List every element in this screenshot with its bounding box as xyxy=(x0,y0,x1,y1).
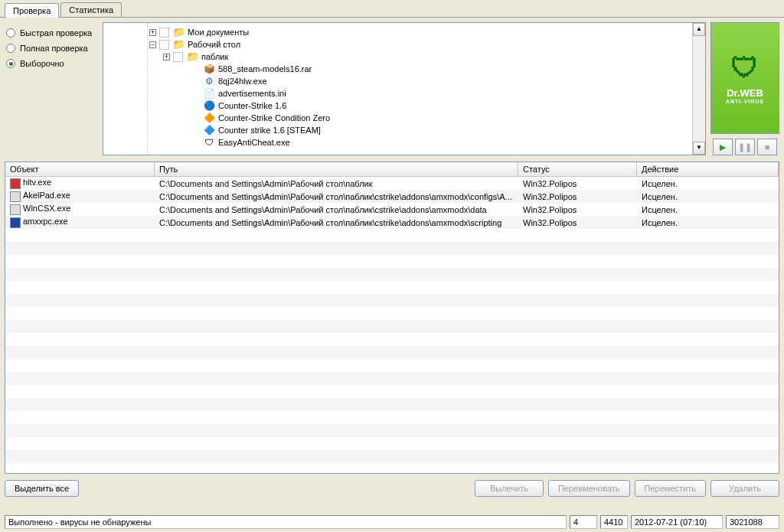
cell-path: C:\Documents and Settings\Admin\Рабочий … xyxy=(155,217,518,228)
table-row[interactable]: amxxpc.exeC:\Documents and Settings\Admi… xyxy=(5,216,779,229)
cell-object: hltv.exe xyxy=(5,177,155,189)
right-panel: 🛡 Dr.WEB ANTI-VIRUS ▶ ❚❚ ■ xyxy=(710,22,779,155)
file-icon: 🔷 xyxy=(203,124,215,136)
checkbox-icon[interactable] xyxy=(173,52,183,62)
tree-item[interactable]: +📁паблик xyxy=(149,51,691,63)
shield-icon: 🛡 xyxy=(731,52,759,84)
checkbox-icon[interactable] xyxy=(159,28,169,38)
table-row[interactable]: hltv.exeC:\Documents and Settings\Admin\… xyxy=(5,177,779,190)
radio-icon xyxy=(6,59,15,68)
control-buttons: ▶ ❚❚ ■ xyxy=(710,139,779,155)
scan-mode-panel: Быстрая проверка Полная проверка Выбороч… xyxy=(5,22,98,155)
tree-item[interactable]: 🔵Counter-Strike 1.6 xyxy=(149,100,691,112)
table-row-empty xyxy=(5,242,779,255)
col-object[interactable]: Объект xyxy=(5,162,155,176)
radio-full-scan[interactable]: Полная проверка xyxy=(6,44,96,53)
play-button[interactable]: ▶ xyxy=(713,139,733,155)
expand-icon[interactable]: + xyxy=(163,54,170,60)
file-icon: 🔵 xyxy=(203,100,215,112)
file-tree-panel: +📁Мои документы−📁Рабочий стол+📁паблик📦58… xyxy=(103,22,706,155)
tree-item-label: EasyAntiCheat.exe xyxy=(218,138,290,147)
status-count3: 3021088 xyxy=(726,515,779,529)
pause-button[interactable]: ❚❚ xyxy=(735,139,755,155)
tree-item[interactable]: +📁Мои документы xyxy=(149,26,691,38)
tree-item-label: 8qj24hlw.exe xyxy=(218,77,267,86)
table-row-empty xyxy=(5,372,779,385)
radio-icon xyxy=(6,28,15,38)
table-row-empty xyxy=(5,294,779,307)
logo-sub: ANTI-VIRUS xyxy=(726,99,764,104)
radio-label: Быстрая проверка xyxy=(20,28,92,38)
cell-path: C:\Documents and Settings\Admin\Рабочий … xyxy=(155,178,518,189)
expand-icon[interactable]: + xyxy=(149,29,156,36)
table-row-empty xyxy=(5,437,779,450)
results-header: Объект Путь Статус Действие xyxy=(5,162,779,177)
tab-stats[interactable]: Статистика xyxy=(60,2,122,17)
status-count2: 4410 xyxy=(600,515,628,529)
drweb-logo: 🛡 Dr.WEB ANTI-VIRUS xyxy=(710,22,779,134)
checkbox-icon[interactable] xyxy=(159,40,169,50)
file-icon xyxy=(10,178,21,189)
tree-gutter xyxy=(103,23,148,155)
file-icon: 📦 xyxy=(203,63,215,75)
table-row[interactable]: AkelPad.exeC:\Documents and Settings\Adm… xyxy=(5,190,779,203)
table-row-empty xyxy=(5,268,779,281)
table-row-empty xyxy=(5,398,779,411)
stop-button[interactable]: ■ xyxy=(757,139,777,155)
radio-label: Выборочно xyxy=(20,59,64,68)
table-row-empty xyxy=(5,463,779,474)
cell-path: C:\Documents and Settings\Admin\Рабочий … xyxy=(155,191,518,202)
delete-button[interactable]: Удалить xyxy=(710,480,779,497)
radio-custom-scan[interactable]: Выборочно xyxy=(6,59,96,68)
file-icon xyxy=(10,191,21,202)
tree-item[interactable]: 🔷Counter strike 1.6 [STEAM] xyxy=(149,124,691,136)
table-row-empty xyxy=(5,320,779,333)
table-row-empty xyxy=(5,229,779,242)
tree-item[interactable]: 🛡EasyAntiCheat.exe xyxy=(149,136,691,149)
tabs-row: Проверка Статистика xyxy=(0,0,784,18)
file-icon: 📁 xyxy=(172,26,185,38)
select-all-button[interactable]: Выделить все xyxy=(5,480,79,497)
file-tree[interactable]: +📁Мои документы−📁Рабочий стол+📁паблик📦58… xyxy=(148,23,692,155)
table-row-empty xyxy=(5,359,779,372)
tree-item[interactable]: 📄advertisements.ini xyxy=(149,87,691,100)
table-row[interactable]: WinCSX.exeC:\Documents and Settings\Admi… xyxy=(5,203,779,216)
tree-item[interactable]: 🔶Counter-Strike Condition Zero xyxy=(149,112,691,124)
status-bar: Выполнено - вирусы не обнаружены 4 4410 … xyxy=(0,514,784,532)
move-button[interactable]: Переместить xyxy=(635,480,706,497)
file-icon: 📁 xyxy=(172,38,185,51)
table-row-empty xyxy=(5,281,779,294)
scroll-up-icon[interactable]: ▲ xyxy=(693,23,705,36)
tree-item-label: Counter strike 1.6 [STEAM] xyxy=(218,126,321,135)
file-icon: 🔶 xyxy=(203,112,215,124)
radio-quick-scan[interactable]: Быстрая проверка xyxy=(6,28,96,38)
table-row-empty xyxy=(5,333,779,346)
tree-item[interactable]: 📦588_steam-models16.rar xyxy=(149,63,691,75)
col-path[interactable]: Путь xyxy=(155,162,518,176)
table-row-empty xyxy=(5,385,779,398)
cell-action: Исцелен. xyxy=(637,191,779,202)
radio-label: Полная проверка xyxy=(20,44,88,53)
col-status[interactable]: Статус xyxy=(518,162,637,176)
cell-status: Win32.Polipos xyxy=(518,217,637,228)
cell-action: Исцелен. xyxy=(637,204,779,215)
rename-button[interactable]: Переименовать xyxy=(548,480,630,497)
table-row-empty xyxy=(5,411,779,424)
scroll-down-icon[interactable]: ▼ xyxy=(693,142,705,155)
tab-scan[interactable]: Проверка xyxy=(5,3,59,18)
tree-item-label: Counter-Strike Condition Zero xyxy=(218,113,330,122)
logo-brand: Dr.WEB xyxy=(727,87,763,99)
cell-object: WinCSX.exe xyxy=(5,203,155,215)
col-action[interactable]: Действие xyxy=(637,162,779,176)
cell-object: AkelPad.exe xyxy=(5,190,155,202)
cell-status: Win32.Polipos xyxy=(518,191,637,202)
table-row-empty xyxy=(5,255,779,268)
tree-scrollbar[interactable]: ▲ ▼ xyxy=(692,23,705,155)
status-date: 2012-07-21 (07:10) xyxy=(631,515,723,529)
file-icon xyxy=(10,217,21,228)
tree-item[interactable]: −📁Рабочий стол xyxy=(149,38,691,51)
results-table: Объект Путь Статус Действие hltv.exeC:\D… xyxy=(5,162,779,474)
tree-item[interactable]: ⚙8qj24hlw.exe xyxy=(149,75,691,87)
expand-icon[interactable]: − xyxy=(149,41,156,48)
cure-button[interactable]: Вылечить xyxy=(475,480,544,497)
